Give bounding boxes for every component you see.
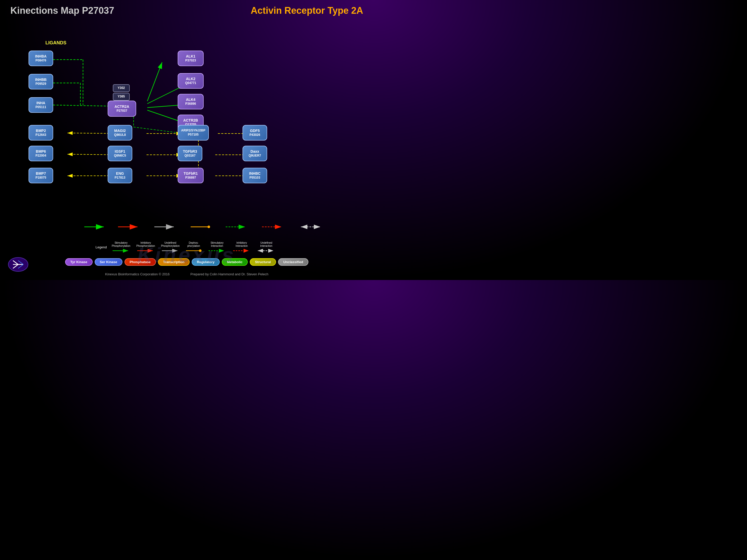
- node-Y365: Y365: [113, 93, 130, 101]
- page-title-right: Activin Receptor Type 2A: [251, 5, 363, 16]
- node-TGFbR3[interactable]: TGFbR3 Q03167: [178, 146, 202, 161]
- legend-item-stim-phos: StimulatoryPhosphorylation: [109, 241, 133, 253]
- tag-tyr-kinase[interactable]: Tyr Kinase: [65, 258, 93, 266]
- tag-ser-kinase[interactable]: Ser Kinase: [95, 258, 123, 266]
- legend-label: Legend: [96, 245, 107, 249]
- node-INHBB[interactable]: INHBB P09529: [28, 74, 53, 89]
- node-ALK1[interactable]: ALK1 P37023: [178, 51, 204, 66]
- node-BMP7[interactable]: BMP7 P18075: [28, 168, 53, 183]
- watermark: Kinexus: [137, 243, 236, 267]
- node-GDF5[interactable]: GDF5 P43026: [242, 125, 267, 140]
- node-ALK2[interactable]: ALK2 Q04771: [178, 73, 204, 89]
- svg-point-39: [207, 225, 210, 228]
- footer-copyright: Kinexus Bioinformatics Corporation © 201…: [105, 272, 170, 276]
- node-BMP2[interactable]: BMP2 P12643: [28, 125, 53, 140]
- node-ALK4[interactable]: ALK4 P36896: [178, 94, 204, 109]
- node-INHA[interactable]: INHA P05111: [28, 97, 53, 113]
- node-INHBA[interactable]: INHBA P08476: [28, 51, 53, 66]
- ligands-label: LIGANDS: [45, 40, 67, 46]
- node-ACTR2A[interactable]: ACTR2A P27037: [108, 101, 136, 117]
- node-ARIP2[interactable]: ARIP2/SYNJ2BP P57105: [178, 125, 209, 140]
- node-TGFbR1[interactable]: TGFbR1 P36897: [178, 168, 204, 183]
- node-INHBC[interactable]: INHBC P55103: [242, 168, 267, 183]
- svg-line-11: [147, 62, 162, 101]
- node-Daxx[interactable]: Daxx Q9UER7: [242, 146, 267, 161]
- node-BMP6[interactable]: BMP6 P22004: [28, 146, 53, 161]
- tag-unclassified[interactable]: Unclassified: [278, 258, 308, 266]
- node-MAGI2[interactable]: MAGI2 Q86UL8: [108, 125, 132, 140]
- footer-credit: Prepared by Colin Hammond and Dr. Steven…: [190, 272, 268, 276]
- kinexus-logo: [8, 257, 28, 272]
- tag-structural[interactable]: Structural: [250, 258, 276, 266]
- svg-line-16: [134, 127, 184, 134]
- node-IGSF1[interactable]: IGSF1 Q8N6C5: [108, 146, 132, 161]
- footer: Kinexus Bioinformatics Corporation © 201…: [0, 272, 374, 276]
- page-title-left: Kinections Map P27037: [10, 5, 114, 16]
- legend-item-undef-int: UndefinedInteraction: [255, 241, 278, 253]
- node-ENG[interactable]: ENG P17813: [108, 168, 132, 183]
- node-Y302: Y302: [113, 84, 130, 92]
